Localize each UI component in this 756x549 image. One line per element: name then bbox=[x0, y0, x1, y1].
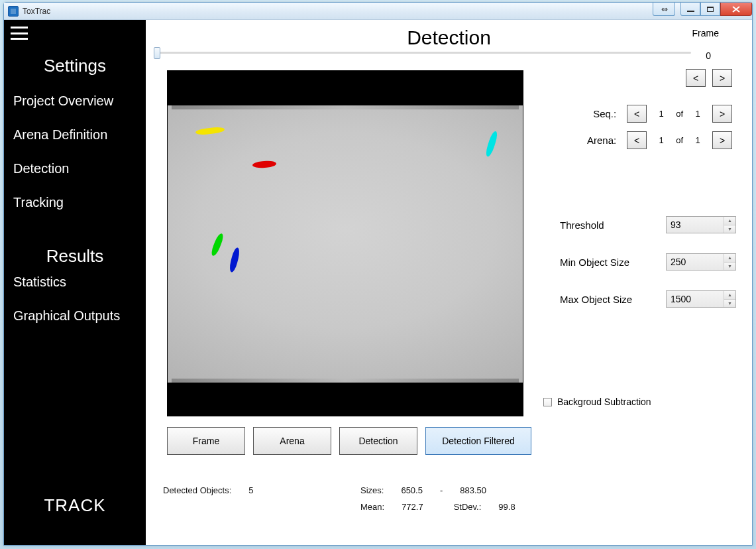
tab-arena[interactable]: Arena bbox=[253, 427, 331, 455]
sidebar-item-statistics[interactable]: Statistics bbox=[4, 274, 146, 299]
window-close-button[interactable] bbox=[720, 3, 752, 16]
sidebar-item-project-overview[interactable]: Project Overview bbox=[4, 84, 146, 118]
hamburger-icon[interactable] bbox=[11, 27, 28, 40]
sidebar-item-arena-definition[interactable]: Arena Definition bbox=[4, 118, 146, 152]
min-obj-label: Min Object Size bbox=[560, 257, 666, 268]
seq-prev-button[interactable]: < bbox=[627, 105, 647, 123]
threshold-label: Threshold bbox=[560, 219, 666, 231]
mean-value: 772.7 bbox=[402, 502, 423, 512]
max-obj-up-icon[interactable]: ▲ bbox=[724, 291, 735, 300]
arena-of: of bbox=[676, 135, 683, 145]
arena-navigator: Arena: < 1 of 1 > bbox=[579, 131, 732, 149]
window-expand-button[interactable]: ⇔ bbox=[653, 3, 675, 16]
detected-blob-yellow bbox=[195, 127, 225, 136]
page-title: Detection bbox=[146, 20, 752, 52]
video-viewport bbox=[167, 70, 523, 416]
sidebar-item-tracking[interactable]: Tracking bbox=[4, 186, 146, 219]
detected-blob-cyan bbox=[484, 130, 499, 157]
threshold-spinner[interactable]: 93 ▲▼ bbox=[666, 216, 736, 233]
seq-navigator: Seq.: < 1 of 1 > bbox=[579, 105, 732, 123]
seq-current: 1 bbox=[657, 109, 665, 119]
stdev-label: StDev.: bbox=[454, 502, 482, 512]
tab-frame[interactable]: Frame bbox=[167, 427, 245, 455]
tab-detection-filtered[interactable]: Detection Filtered bbox=[425, 427, 531, 455]
bg-subtraction-row: Backgroud Subtraction bbox=[543, 396, 651, 407]
seq-total: 1 bbox=[694, 109, 702, 119]
detected-blob-blue bbox=[229, 247, 241, 273]
video-frame bbox=[168, 105, 523, 383]
sidebar-item-detection[interactable]: Detection bbox=[4, 152, 146, 186]
sidebar-section-settings: Settings bbox=[4, 42, 146, 84]
sidebar-item-graphical-outputs[interactable]: Graphical Outputs bbox=[4, 299, 146, 333]
frame-prev-button[interactable]: < bbox=[686, 69, 706, 87]
seq-next-button[interactable]: > bbox=[712, 105, 732, 123]
size-min: 650.5 bbox=[401, 485, 423, 495]
main-panel: Detection Frame 0 < > Seq.: < 1 of 1 > A… bbox=[146, 20, 752, 545]
sidebar-section-results: Results bbox=[4, 219, 146, 274]
view-tabs: Frame Arena Detection Detection Filtered bbox=[167, 427, 531, 455]
arena-next-button[interactable]: > bbox=[712, 131, 732, 149]
frame-next-button[interactable]: > bbox=[712, 69, 732, 87]
arena-total: 1 bbox=[694, 135, 702, 145]
frame-slider-thumb[interactable] bbox=[154, 47, 160, 59]
stats-panel: Detected Objects: 5 Sizes: 650.5 - 883.5… bbox=[163, 485, 739, 512]
frame-value: 0 bbox=[706, 50, 711, 61]
min-obj-down-icon[interactable]: ▼ bbox=[724, 263, 735, 271]
min-obj-up-icon[interactable]: ▲ bbox=[724, 254, 735, 263]
max-obj-row: Max Object Size 1500 ▲▼ bbox=[560, 290, 736, 308]
titlebar: ToxTrac ⇔ bbox=[4, 3, 752, 20]
max-obj-label: Max Object Size bbox=[560, 294, 666, 305]
mean-label: Mean: bbox=[360, 502, 384, 512]
tab-detection[interactable]: Detection bbox=[339, 427, 417, 455]
frame-slider[interactable] bbox=[154, 52, 691, 54]
detected-objects-label: Detected Objects: bbox=[163, 485, 231, 495]
detected-objects-value: 5 bbox=[248, 485, 253, 495]
max-obj-spinner[interactable]: 1500 ▲▼ bbox=[666, 290, 736, 308]
arena-label: Arena: bbox=[579, 135, 616, 146]
threshold-up-icon[interactable]: ▲ bbox=[724, 217, 735, 225]
frame-label: Frame bbox=[692, 28, 719, 38]
detected-blob-red bbox=[252, 160, 277, 168]
arena-current: 1 bbox=[657, 135, 665, 145]
bg-subtraction-label: Backgroud Subtraction bbox=[557, 396, 651, 407]
threshold-down-icon[interactable]: ▼ bbox=[724, 225, 735, 233]
window-minimize-button[interactable] bbox=[680, 3, 700, 16]
sidebar: Settings Project Overview Arena Definiti… bbox=[4, 20, 146, 545]
seq-of: of bbox=[676, 109, 683, 119]
size-max: 883.50 bbox=[460, 485, 486, 495]
stdev-value: 99.8 bbox=[498, 502, 515, 512]
size-dash: - bbox=[440, 485, 443, 495]
arena-prev-button[interactable]: < bbox=[627, 131, 647, 149]
min-obj-row: Min Object Size 250 ▲▼ bbox=[560, 253, 736, 271]
app-icon bbox=[8, 6, 19, 17]
seq-label: Seq.: bbox=[579, 108, 616, 119]
min-obj-spinner[interactable]: 250 ▲▼ bbox=[666, 253, 736, 271]
app-title: ToxTrac bbox=[23, 7, 50, 16]
window-maximize-button[interactable] bbox=[700, 3, 720, 16]
threshold-row: Threshold 93 ▲▼ bbox=[560, 216, 736, 233]
bg-subtraction-checkbox[interactable] bbox=[543, 398, 552, 406]
max-obj-down-icon[interactable]: ▼ bbox=[724, 300, 735, 308]
sizes-label: Sizes: bbox=[360, 485, 384, 495]
app-window: ToxTrac ⇔ Settings Project Overview Aren… bbox=[3, 2, 753, 546]
track-button[interactable]: TRACK bbox=[4, 475, 146, 545]
detected-blob-green bbox=[210, 232, 225, 257]
